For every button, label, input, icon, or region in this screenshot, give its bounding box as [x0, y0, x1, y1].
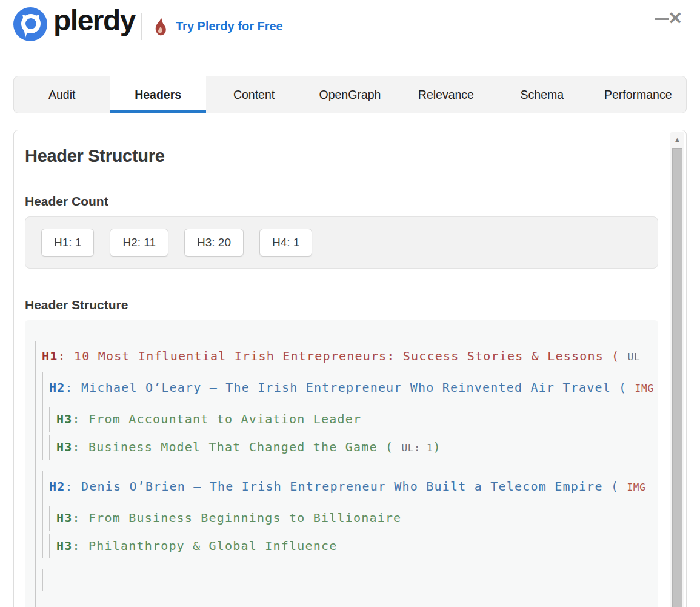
img-tag-note: IMG — [627, 481, 645, 493]
header-line-h2: H2: Denis O’Brien – The Irish Entreprene… — [49, 471, 658, 503]
tab-label: Performance — [604, 88, 672, 102]
vertical-scrollbar[interactable]: ▲ — [670, 132, 684, 607]
tab-headers[interactable]: Headers — [110, 76, 205, 113]
header-text: : Business Model That Changed the Game — [72, 440, 377, 454]
header-line-h3: H3: From Accountant to Aviation Leader — [56, 407, 658, 432]
h2-group: H2: Denis O’Brien – The Irish Entreprene… — [42, 471, 658, 558]
fire-icon — [153, 17, 168, 36]
header-count-chip: H1: 1 — [41, 229, 94, 257]
paren: ( — [611, 380, 635, 395]
header-tag-label: H2 — [49, 380, 65, 395]
tab-label: Schema — [521, 88, 564, 102]
h3-item: H3: From Accountant to Aviation Leader — [49, 407, 658, 432]
tag-count-note: UL: 1 — [401, 442, 433, 454]
tab-bar: AuditHeadersContentOpenGraphRelevanceSch… — [13, 76, 687, 113]
h3-item: H3: From Business Beginnings to Billiona… — [49, 506, 658, 531]
tab-schema[interactable]: Schema — [494, 76, 590, 113]
plerdy-logo-icon — [13, 7, 47, 41]
tag-count-note: UL — [628, 351, 641, 363]
paren: ( — [378, 440, 402, 454]
header-tag-label: H2 — [49, 479, 65, 494]
paren: ) — [433, 440, 441, 454]
minimize-icon[interactable] — [655, 18, 669, 20]
header-line-h3: H3: Business Model That Changed the Game… — [56, 435, 658, 460]
header-count-label: Header Count — [25, 194, 658, 209]
tab-label: Relevance — [418, 88, 474, 102]
try-plerdy-link[interactable]: Try Plerdy for Free — [176, 19, 283, 33]
h3-item: H3: Philanthropy & Global Influence — [49, 534, 658, 558]
header-structure-code-block: H1: 10 Most Influential Irish Entreprene… — [25, 320, 658, 607]
tab-opengraph[interactable]: OpenGraph — [302, 76, 398, 113]
img-tag-note: IMG — [635, 383, 654, 394]
headers-panel: Header Structure Header Count H1: 1H2: 1… — [13, 130, 687, 607]
tab-content[interactable]: Content — [206, 76, 302, 113]
plerdy-extension-window: plerdy Try Plerdy for Free ✕ AuditHeader… — [0, 0, 700, 607]
tab-performance[interactable]: Performance — [590, 76, 686, 113]
h2-group: H2: Michael O’Leary – The Irish Entrepre… — [42, 372, 658, 460]
active-tab-underline — [110, 110, 205, 113]
tab-label: Headers — [135, 88, 181, 102]
header-count-chip: H2: 11 — [110, 229, 168, 257]
header-tag-label: H3 — [56, 440, 72, 454]
page-title: Header Structure — [25, 146, 658, 166]
header-text: : Michael O’Leary – The Irish Entreprene… — [65, 380, 610, 395]
header-text: : Philanthropy & Global Influence — [72, 538, 337, 553]
header-count-chip: H4: 1 — [259, 229, 312, 257]
h2-group-partial — [42, 569, 658, 591]
header-tag-label: H3 — [56, 412, 72, 426]
header-text: : 10 Most Influential Irish Entrepreneur… — [58, 349, 603, 363]
header-structure-label: Header Structure — [25, 298, 658, 312]
header-count-chip: H3: 20 — [184, 229, 244, 257]
tab-relevance[interactable]: Relevance — [398, 76, 494, 113]
tab-label: Content — [233, 88, 275, 102]
tab-audit[interactable]: Audit — [14, 76, 110, 113]
header-tag-label: H1 — [42, 349, 58, 363]
header-tag-label: H3 — [56, 511, 72, 525]
scrollbar-thumb[interactable] — [672, 148, 682, 607]
close-icon[interactable]: ✕ — [668, 6, 682, 30]
paren: ( — [604, 349, 628, 363]
tab-label: OpenGraph — [319, 88, 381, 102]
paren: ( — [603, 479, 627, 494]
tab-label: Audit — [48, 88, 75, 102]
header-line-h3: H3: Philanthropy & Global Influence — [56, 534, 658, 558]
header-count-panel: H1: 1H2: 11H3: 20H4: 1 — [25, 216, 658, 269]
header-tree: H1: 10 Most Influential Irish Entreprene… — [35, 341, 658, 607]
scroll-up-arrow-icon[interactable]: ▲ — [670, 132, 684, 147]
header-tag-label: H3 — [56, 538, 72, 553]
header-line-h2: H2: Michael O’Leary – The Irish Entrepre… — [49, 372, 658, 404]
h3-item: H3: Business Model That Changed the Game… — [49, 435, 658, 460]
header-text: : From Business Beginnings to Billionair… — [72, 511, 401, 525]
top-bar: plerdy Try Plerdy for Free ✕ — [0, 0, 700, 58]
header-divider — [141, 13, 142, 40]
brand-name: plerdy — [53, 4, 135, 37]
header-text: : Denis O’Brien – The Irish Entrepreneur… — [65, 479, 602, 494]
header-line-h1: H1: 10 Most Influential Irish Entreprene… — [42, 341, 658, 372]
header-line-h3: H3: From Business Beginnings to Billiona… — [56, 506, 658, 531]
header-text: : From Accountant to Aviation Leader — [72, 412, 361, 426]
